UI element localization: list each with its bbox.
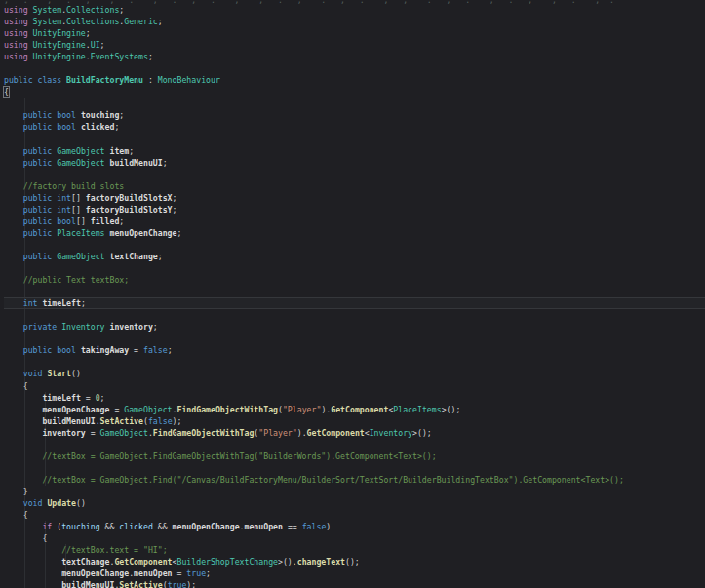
code-line[interactable] [4, 262, 705, 274]
code-token: void [23, 498, 48, 508]
code-token: ; [119, 216, 124, 226]
code-line[interactable]: public GameObject textChange; [4, 251, 705, 262]
code-line[interactable]: menuOpenChange.menuOpen = true; [4, 568, 705, 579]
code-token: buildMenuUI [42, 416, 95, 426]
code-token: GetComponent [114, 557, 172, 567]
code-line[interactable]: //public Text textBox; [4, 274, 705, 286]
code-line[interactable]: public bool[] filled; [4, 216, 705, 227]
code-token: public [23, 158, 58, 168]
code-token: ; [86, 28, 91, 38]
code-token: textChange [61, 557, 109, 567]
code-token: = [173, 568, 187, 578]
code-editor[interactable]: , . , . , , . , . , . , , . , . , . , , … [0, 0, 705, 588]
code-line[interactable] [4, 309, 705, 321]
code-token: FindGameObjectWithTag [153, 428, 255, 438]
code-line[interactable]: private Inventory inventory; [4, 321, 705, 333]
indent [4, 428, 42, 438]
code-token: { [23, 381, 28, 391]
indent [4, 557, 61, 567]
code-line[interactable]: //textBox = GameObject.FindGameObjectWit… [4, 451, 705, 462]
code-line[interactable]: public GameObject buildMenuUI; [4, 157, 705, 169]
code-line[interactable]: inventory = GameObject.FindGameObjectWit… [4, 427, 705, 439]
code-token: FindGameObjectWithTag [176, 405, 278, 414]
code-line[interactable]: using System.Collections.Generic; [4, 16, 705, 27]
code-line[interactable]: public GameObject item; [4, 145, 705, 157]
code-token: GameObject [57, 158, 109, 168]
code-line[interactable]: textChange.GetComponent<BuilderShopTextC… [4, 556, 705, 568]
code-line[interactable] [4, 439, 705, 451]
code-token: true [168, 580, 187, 588]
code-line[interactable]: void Start() [4, 368, 705, 379]
code-token: public int [23, 193, 71, 203]
code-token: using [4, 52, 33, 61]
code-token: clicked [81, 122, 115, 132]
code-token: ; [129, 146, 134, 156]
code-line[interactable]: public class BuildFactoryMenu : MonoBeha… [4, 74, 705, 86]
code-line[interactable]: timeLeft = 0; [4, 392, 705, 404]
code-token: && [153, 522, 173, 531]
code-line[interactable]: , . , . , , . , . , . , , . , . , . , , … [4, 0, 705, 4]
indent [4, 158, 23, 168]
code-line[interactable] [4, 333, 705, 344]
code-token: Collections [66, 17, 119, 26]
code-token: PlaceItems [393, 405, 441, 414]
code-token: ); [186, 580, 196, 588]
code-line[interactable] [4, 462, 705, 474]
code-line[interactable]: { [4, 532, 705, 544]
code-line[interactable]: public PlaceItems menuOpenChange; [4, 227, 705, 239]
code-line[interactable]: { [4, 509, 705, 521]
code-token: menuOpenChange [61, 568, 129, 578]
code-line[interactable]: if (touching && clicked && menuOpenChang… [4, 521, 705, 532]
code-line[interactable]: } [4, 486, 705, 497]
code-line[interactable]: buildMenuUI.SetActive(false); [4, 415, 705, 427]
code-token: "Player" [258, 428, 296, 438]
indent [4, 216, 23, 226]
code-token: BuilderShopTextChange [176, 557, 278, 567]
indent [4, 487, 23, 496]
code-line[interactable]: public bool clicked; [4, 121, 705, 133]
code-line[interactable] [4, 169, 705, 180]
code-line[interactable]: using UnityEngine; [4, 27, 705, 39]
code-line[interactable] [4, 98, 705, 109]
code-line[interactable] [4, 62, 705, 74]
code-line[interactable]: public bool touching; [4, 109, 705, 121]
code-line[interactable]: //textBox = GameObject.Find("/Canvas/Bui… [4, 474, 705, 486]
code-line[interactable]: void Update() [4, 497, 705, 509]
code-line[interactable]: { [4, 86, 705, 98]
code-line[interactable]: { [4, 380, 705, 392]
code-token: menuOpenChange [109, 228, 176, 238]
code-token: () [76, 498, 86, 508]
code-line[interactable]: //factory build slots [4, 180, 705, 192]
indent [4, 451, 42, 461]
indent [4, 228, 23, 238]
code-line[interactable] [4, 286, 705, 297]
code-line[interactable]: using UnityEngine.EventSystems; [4, 51, 705, 62]
code-token: ; [168, 345, 173, 355]
indent [4, 252, 23, 261]
code-line[interactable]: menuOpenChange = GameObject.FindGameObje… [4, 404, 705, 415]
code-token: "Player" [283, 405, 321, 414]
code-token: public int [23, 205, 71, 215]
code-line[interactable]: using UnityEngine.UI; [4, 39, 705, 51]
code-line[interactable]: buildMenuUI.SetActive(true); [4, 579, 705, 588]
code-token: Update [47, 498, 76, 508]
code-line[interactable] [4, 239, 705, 251]
code-token: void [23, 369, 48, 378]
code-token: ; [148, 52, 153, 61]
code-token: () [71, 369, 81, 378]
code-line[interactable]: public int[] factoryBuildSlotsY; [4, 204, 705, 216]
code-token: timeLeft [42, 393, 80, 403]
code-line[interactable] [4, 356, 705, 368]
code-token: inventory [109, 322, 152, 332]
code-token: SetActive [100, 416, 143, 426]
code-line[interactable]: public bool takingAway = false; [4, 344, 705, 356]
code-token: GameObject [124, 405, 172, 414]
indent [4, 510, 23, 520]
code-token: touching [61, 522, 99, 531]
indent [4, 545, 61, 555]
code-line[interactable]: using System.Collections; [4, 4, 705, 16]
code-line[interactable] [4, 134, 705, 145]
code-line-current[interactable]: int timeLeft; [4, 297, 705, 309]
code-line[interactable]: //textBox.text = "HI"; [4, 544, 705, 556]
code-line[interactable]: public int[] factoryBuildSlotsX; [4, 192, 705, 204]
